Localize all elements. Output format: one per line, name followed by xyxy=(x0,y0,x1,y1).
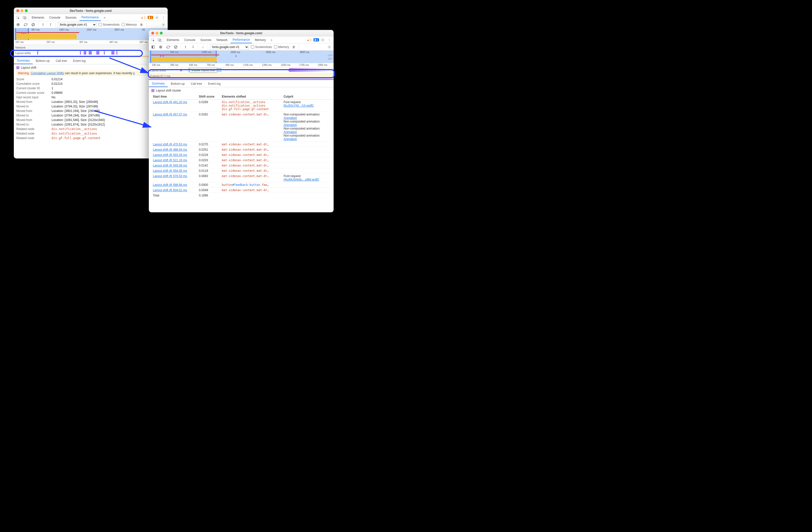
inspect-icon[interactable] xyxy=(150,37,156,43)
time-ruler[interactable]: 197 ms 297 ms 397 ms 497 ms 597 ms xyxy=(14,40,168,45)
record-icon[interactable] xyxy=(15,22,21,27)
home-icon[interactable]: ⌂ xyxy=(200,44,206,50)
element-link[interactable]: div.notification__actions xyxy=(222,104,280,108)
record-icon[interactable] xyxy=(158,44,163,50)
tab-console[interactable]: Console xyxy=(47,14,62,21)
reload-icon[interactable] xyxy=(23,22,28,27)
tab-memory[interactable]: Memory xyxy=(253,37,268,43)
gc-icon[interactable]: 🗑 xyxy=(291,44,296,50)
toggle-panel-icon[interactable] xyxy=(150,44,156,50)
gear-icon[interactable] xyxy=(154,15,160,20)
clear-icon[interactable] xyxy=(173,44,178,50)
culprit-link[interactable]: t5sJIQcYNI…IUI.woff2 xyxy=(284,104,314,108)
capture-settings-icon[interactable] xyxy=(161,22,166,27)
cls-link[interactable]: Cumulative Layout Shifts xyxy=(31,71,64,75)
element-link[interactable]: button#feedback-button.fee… xyxy=(222,183,269,187)
layout-shift-link[interactable]: Layout shift @ 588.68 ms xyxy=(153,183,187,187)
element-link[interactable]: mat-sidenav-content.mat-dr… xyxy=(222,113,280,116)
layout-shift-link[interactable]: Layout shift @ 604.01 ms xyxy=(153,188,187,192)
tab-bottom-up[interactable]: Bottom-up xyxy=(168,80,188,87)
inspect-icon[interactable] xyxy=(15,15,21,20)
recording-select[interactable]: fonts.google.com #1 xyxy=(210,44,249,50)
memory-checkbox[interactable]: Memory xyxy=(122,23,137,26)
culprit-link[interactable]: Animation xyxy=(284,123,297,127)
time-ruler[interactable]: 195 ms 395 ms 595 ms 795 ms 995 ms 1195 … xyxy=(149,63,334,68)
device-toolbar-icon[interactable] xyxy=(22,15,27,20)
layout-shift-link[interactable]: Layout shift @ 503.26 ms xyxy=(153,153,187,157)
memory-checkbox[interactable]: Memory xyxy=(274,45,289,49)
layout-shift-link[interactable]: Layout shift @ 554.05 ms xyxy=(153,169,187,172)
culprit-link[interactable]: HhzMU5Ak9u…p9M.woff2 xyxy=(284,178,319,181)
element-link[interactable]: mat-sidenav-content.mat-dr… xyxy=(222,153,280,157)
flamechart-area[interactable]: Layout shifts 0.0269Layout shift Frames … xyxy=(149,68,334,80)
layout-shift-link[interactable]: Layout shift @ 470.53 ms xyxy=(153,143,187,146)
gear-icon[interactable] xyxy=(320,37,325,43)
element-link[interactable]: mat-sidenav-content.mat-dr… xyxy=(222,148,280,151)
tab-call-tree[interactable]: Call tree xyxy=(53,57,70,64)
clear-icon[interactable] xyxy=(30,22,36,27)
element-link[interactable]: div.gf-full-page.gf-content xyxy=(222,108,280,111)
download-icon[interactable]: ↧ xyxy=(190,44,196,50)
layout-shift-link[interactable]: Layout shift @ 521.16 ms xyxy=(153,158,187,162)
device-toolbar-icon[interactable] xyxy=(157,37,162,43)
kebab-icon[interactable]: ⋮ xyxy=(327,37,332,43)
flamechart-area[interactable]: Network Layout shifts xyxy=(14,45,168,57)
tab-performance[interactable]: Performance xyxy=(231,37,252,43)
tab-event-log[interactable]: Event log xyxy=(70,57,88,64)
more-tabs-icon[interactable]: » xyxy=(269,37,274,43)
tab-bottom-up[interactable]: Bottom-up xyxy=(33,57,53,64)
tab-console[interactable]: Console xyxy=(182,37,197,43)
tab-call-tree[interactable]: Call tree xyxy=(188,80,205,87)
culprit-link[interactable]: Animation xyxy=(284,137,297,141)
timeline-overview[interactable]: 995 ms 1995 ms 2995 ms 3995 ms 4995 ms C… xyxy=(149,51,334,63)
timeline-overview[interactable]: 997 ms 1997 ms 2997 ms 3997 ms 49 xyxy=(14,28,168,40)
tab-elements[interactable]: Elements xyxy=(30,14,46,21)
culprit-link[interactable]: Animation xyxy=(284,130,297,134)
kebab-icon[interactable]: ⋮ xyxy=(161,15,166,20)
element-link[interactable]: mat-sidenav-content.mat-dr… xyxy=(222,158,280,162)
element-link[interactable]: mat-sidenav-content.mat-dr… xyxy=(222,188,280,192)
layout-shift-link[interactable]: Layout shift @ 545.09 ms xyxy=(153,164,187,167)
warning-badge[interactable]: ▲ 2 xyxy=(140,16,147,19)
node-link[interactable]: div.notification__actions xyxy=(52,127,97,131)
layout-shift-link[interactable]: Layout shift @ 570.53 ms xyxy=(153,174,187,178)
element-link[interactable]: mat-sidenav-content.mat-dr… xyxy=(222,174,280,178)
warning-badge[interactable]: ▲ 1 xyxy=(306,39,313,42)
tab-summary[interactable]: Summary xyxy=(14,57,33,64)
element-link[interactable]: div.notification__actions xyxy=(222,100,280,104)
screenshots-checkbox[interactable]: Screenshots xyxy=(99,23,120,26)
more-tabs-icon[interactable]: » xyxy=(102,15,107,20)
issue-badge[interactable]: ▮ 1 xyxy=(314,38,319,42)
capture-settings-icon[interactable] xyxy=(327,44,332,50)
issue-badge[interactable]: ▮ 1 xyxy=(148,16,153,19)
recording-select[interactable]: fonts.google.com #1 xyxy=(58,22,97,27)
layout-shift-link[interactable]: Layout shift @ 441.20 ms xyxy=(153,100,187,104)
element-link[interactable]: mat-sidenav-content.mat-dr… xyxy=(222,143,280,146)
frames-track[interactable]: Frames 67.1 ms xyxy=(149,73,334,79)
detail-key: Moved from xyxy=(16,118,49,122)
element-link[interactable]: mat-sidenav-content.mat-dr… xyxy=(222,164,280,167)
evolved-link[interactable]: e xyxy=(133,71,135,75)
layout-shift-link[interactable]: Layout shift @ 486.54 ms xyxy=(153,148,187,151)
network-track[interactable]: Network xyxy=(14,45,168,50)
tab-elements[interactable]: Elements xyxy=(165,37,181,43)
tab-event-log[interactable]: Event log xyxy=(205,80,223,87)
upload-icon[interactable]: ↥ xyxy=(40,22,46,27)
tab-sources[interactable]: Sources xyxy=(63,14,78,21)
layout-shifts-track[interactable]: Layout shifts xyxy=(149,68,334,73)
tab-sources[interactable]: Sources xyxy=(198,37,214,43)
layout-shifts-track[interactable]: Layout shifts xyxy=(14,50,168,56)
upload-icon[interactable]: ↥ xyxy=(183,44,188,50)
screenshots-checkbox[interactable]: Screenshots xyxy=(251,45,272,49)
culprit-link[interactable]: Animation xyxy=(284,116,297,120)
download-icon[interactable]: ↧ xyxy=(48,22,53,27)
node-link[interactable]: div.gf-full-page.gf-content xyxy=(52,136,101,140)
node-link[interactable]: div.notification__actions xyxy=(52,132,97,135)
reload-icon[interactable] xyxy=(165,44,171,50)
tab-network[interactable]: Network xyxy=(215,37,230,43)
layout-shift-link[interactable]: Layout shift @ 457.07 ms xyxy=(153,113,187,116)
gc-icon[interactable]: 🗑 xyxy=(139,22,144,27)
tab-summary[interactable]: Summary xyxy=(149,80,168,87)
tab-performance[interactable]: Performance xyxy=(79,14,101,21)
element-link[interactable]: mat-sidenav-content.mat-dr… xyxy=(222,169,280,172)
